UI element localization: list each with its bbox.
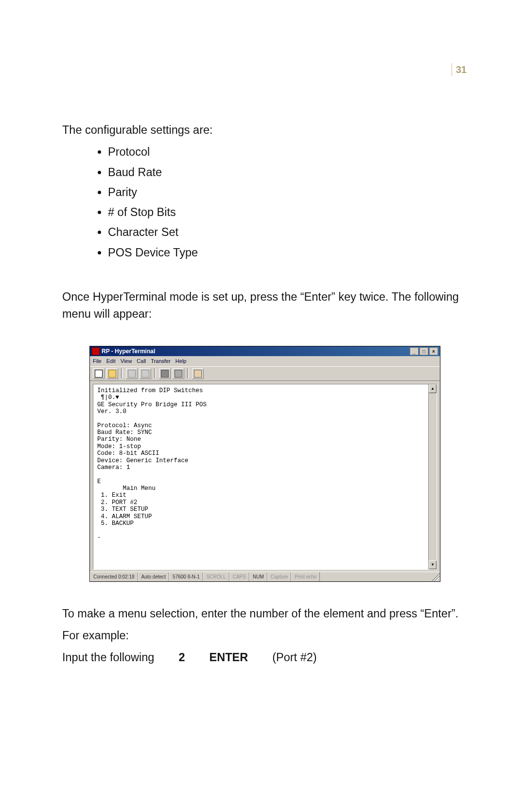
- new-doc-icon: [95, 370, 103, 378]
- list-item: Parity: [108, 184, 463, 201]
- status-capture: Capture: [267, 572, 292, 581]
- scroll-down-button[interactable]: ▼: [429, 560, 437, 569]
- menu-edit[interactable]: Edit: [106, 357, 116, 365]
- toolbar: [90, 367, 440, 381]
- status-num: NUM: [249, 572, 267, 581]
- open-icon: [108, 370, 116, 378]
- menu-transfer[interactable]: Transfer: [151, 357, 171, 365]
- after-bullets-text: Once HyperTerminal mode is set up, press…: [62, 289, 463, 323]
- send-icon: [161, 370, 169, 378]
- list-item: Protocol: [108, 144, 463, 161]
- maximize-button[interactable]: □: [420, 347, 428, 355]
- list-item: Baud Rate: [108, 164, 463, 181]
- for-example-text: For example:: [62, 627, 463, 644]
- toolbar-separator: [121, 368, 123, 378]
- list-item: # of Stop Bits: [108, 204, 463, 221]
- minimize-button[interactable]: _: [410, 347, 419, 355]
- toolbar-separator: [187, 368, 189, 378]
- page-number-rule: [452, 63, 452, 76]
- dial-button[interactable]: [126, 368, 138, 379]
- body-content: The configurable settings are: Protocol …: [62, 122, 463, 667]
- new-doc-button[interactable]: [93, 368, 105, 379]
- vertical-scrollbar[interactable]: ▲ ▼: [428, 384, 437, 569]
- menu-help[interactable]: Help: [175, 357, 187, 365]
- menu-call[interactable]: Call: [137, 357, 146, 365]
- menu-view[interactable]: View: [121, 357, 132, 365]
- terminal-inner: Initialized from DIP Switches ¶|0.▼ GE S…: [93, 384, 437, 570]
- titlebar: RP - HyperTerminal _ □ ×: [90, 346, 440, 356]
- status-detect: Auto detect: [138, 572, 170, 581]
- status-printecho: Print echo: [291, 572, 320, 581]
- example-line: Input the following 2 ENTER (Port #2): [62, 649, 463, 666]
- status-scroll: SCROLL: [203, 572, 229, 581]
- app-icon: [92, 347, 100, 355]
- hyperterminal-window: RP - HyperTerminal _ □ × File Edit View …: [89, 346, 440, 582]
- example-number: 2: [178, 649, 185, 666]
- properties-icon: [194, 370, 202, 378]
- hangup-button[interactable]: [140, 368, 151, 379]
- intro-text: The configurable settings are:: [62, 122, 463, 139]
- receive-button[interactable]: [173, 368, 184, 379]
- terminal-text: Initialized from DIP Switches ¶|0.▼ GE S…: [93, 384, 428, 569]
- receive-icon: [175, 370, 182, 378]
- close-button[interactable]: ×: [429, 347, 438, 355]
- menubar: File Edit View Call Transfer Help: [90, 356, 440, 367]
- status-connected: Connected 0:02:18: [90, 572, 138, 581]
- scroll-up-button[interactable]: ▲: [429, 384, 437, 393]
- page: 31 The configurable settings are: Protoc…: [0, 0, 525, 812]
- list-item: Character Set: [108, 224, 463, 241]
- page-number: 31: [456, 64, 467, 75]
- settings-list: Protocol Baud Rate Parity # of Stop Bits…: [62, 144, 463, 261]
- properties-button[interactable]: [192, 368, 204, 379]
- toolbar-separator: [154, 368, 156, 378]
- example-enter: ENTER: [210, 649, 248, 666]
- after-shot-text: To make a menu selection, enter the numb…: [62, 605, 463, 622]
- send-button[interactable]: [159, 368, 171, 379]
- statusbar: Connected 0:02:18 Auto detect 57600 8-N-…: [90, 572, 440, 581]
- status-caps: CAPS: [229, 572, 249, 581]
- example-lead: Input the following: [62, 649, 154, 666]
- hangup-icon: [141, 370, 149, 378]
- window-title: RP - HyperTerminal: [102, 347, 410, 356]
- dial-icon: [128, 370, 136, 378]
- resize-grip[interactable]: [432, 572, 440, 581]
- list-item: POS Device Type: [108, 244, 463, 261]
- terminal-viewport: Initialized from DIP Switches ¶|0.▼ GE S…: [90, 381, 440, 572]
- open-button[interactable]: [106, 368, 118, 379]
- example-port: (Port #2): [272, 649, 316, 666]
- page-number-wrap: 31: [452, 63, 467, 76]
- menu-file[interactable]: File: [93, 357, 102, 365]
- status-settings: 57600 8-N-1: [169, 572, 203, 581]
